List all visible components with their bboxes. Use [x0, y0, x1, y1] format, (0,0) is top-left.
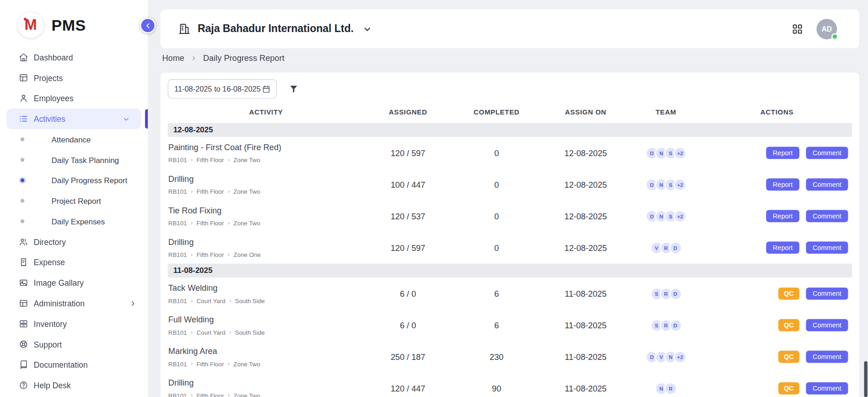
activity-name: Drilling	[168, 378, 364, 387]
team-member-avatar[interactable]: R	[664, 382, 677, 395]
comment-button[interactable]: Comment	[806, 319, 848, 332]
team-member-avatar[interactable]: D	[669, 287, 682, 300]
sidebar-item-directory[interactable]: Directory	[0, 232, 148, 252]
activity-cell: DrillingRB101›Fifth Floor›Zone Two	[168, 378, 364, 397]
team-more-badge[interactable]: +2	[674, 210, 686, 223]
chevron-down-icon	[362, 24, 372, 34]
chevron-right-icon	[129, 299, 137, 307]
path-segment: RB101	[168, 392, 187, 397]
bullet-dot	[21, 179, 24, 182]
path-segment: RB101	[168, 188, 187, 195]
column-header-assign-on: ASSIGN ON	[541, 109, 630, 116]
table-row: Marking AreaRB101›Fifth Floor›Zone Two25…	[168, 341, 852, 373]
sidebar-item-administration[interactable]: Administration	[0, 293, 148, 314]
path-segment: Zone Two	[233, 361, 260, 368]
sidebar-subitem-daily-task-planning[interactable]: Daily Task Planning	[0, 150, 148, 170]
sidebar-subitem-attendance[interactable]: Attendance	[0, 129, 148, 150]
team-cell: SRD	[630, 319, 702, 332]
report-button[interactable]: Report	[766, 147, 799, 159]
assigned-cell: 120 / 597	[364, 148, 452, 158]
user-avatar[interactable]: AD	[816, 19, 837, 39]
comment-button[interactable]: Comment	[806, 351, 848, 363]
breadcrumb: Home Daily Progress Report	[162, 53, 284, 63]
company-selector[interactable]: Raja Bahadur International Ltd.	[178, 23, 372, 35]
path-segment: Fifth Floor	[196, 361, 224, 368]
team-member-avatar[interactable]: D	[669, 319, 682, 332]
chevron-right-icon	[190, 54, 197, 61]
comment-button[interactable]: Comment	[806, 241, 848, 254]
chevron-right-icon: ›	[228, 361, 230, 367]
calendar-icon	[262, 84, 270, 93]
filter-button[interactable]	[289, 84, 299, 94]
sidebar-item-employees[interactable]: Employees	[0, 88, 148, 109]
actions-cell: ReportComment	[702, 179, 852, 191]
assign-on-cell: 12-08-2025	[541, 243, 630, 252]
qc-button[interactable]: QC	[778, 351, 799, 363]
sidebar-item-help-desk[interactable]: Help Desk	[0, 375, 148, 396]
report-button[interactable]: Report	[766, 210, 799, 223]
sidebar-item-documentation[interactable]: Documentation	[0, 354, 148, 375]
activity-location-path: RB101›Fifth Floor›Zone Two	[168, 392, 364, 397]
path-segment: Fifth Floor	[196, 188, 224, 195]
assign-on-cell: 12-08-2025	[541, 148, 630, 158]
sidebar-subitem-daily-progress-report[interactable]: Daily Progress Report	[0, 170, 148, 190]
inventory-icon	[19, 319, 28, 329]
column-header-activity: ACTIVITY	[168, 109, 364, 116]
assign-on-cell: 12-08-2025	[541, 180, 630, 190]
qc-button[interactable]: QC	[778, 382, 799, 395]
breadcrumb-home[interactable]: Home	[162, 53, 184, 63]
date-range-picker[interactable]: 11-08-2025 to 16-08-2025	[168, 79, 277, 98]
team-member-avatar[interactable]: D	[669, 241, 682, 254]
sidebar-item-support[interactable]: Support	[0, 334, 148, 355]
active-indicator	[145, 109, 148, 128]
sidebar-item-label: Employees	[34, 94, 74, 103]
activity-name: Marking Area	[168, 346, 364, 356]
sidebar-subitem-project-report[interactable]: Project Report	[0, 190, 148, 211]
team-more-badge[interactable]: +2	[674, 147, 686, 159]
path-segment: RB101	[168, 251, 187, 258]
comment-button[interactable]: Comment	[806, 288, 848, 300]
comment-button[interactable]: Comment	[806, 382, 848, 395]
activity-name: Tack Welding	[168, 283, 364, 293]
table-row: DrillingRB101›Fifth Floor›Zone Two120 / …	[168, 373, 852, 397]
actions-cell: ReportComment	[702, 210, 852, 223]
team-more-badge[interactable]: +2	[674, 178, 686, 191]
apps-grid-button[interactable]	[792, 23, 803, 34]
path-segment: RB101	[168, 157, 187, 163]
comment-button[interactable]: Comment	[806, 210, 848, 223]
assigned-cell: 120 / 537	[364, 212, 452, 221]
scrollbar-thumb[interactable]	[864, 361, 867, 397]
comment-button[interactable]: Comment	[806, 179, 848, 191]
column-header-actions: ACTIONS	[702, 109, 852, 116]
activity-name: Tie Rod Fixing	[168, 206, 364, 215]
team-more-badge[interactable]: +2	[674, 350, 686, 363]
qc-button[interactable]: QC	[778, 319, 799, 332]
path-segment: Fifth Floor	[196, 251, 224, 258]
activity-location-path: RB101›Fifth Floor›Zone Two	[168, 361, 364, 368]
app-logo[interactable]: M	[18, 12, 44, 38]
sidebar-item-inventory[interactable]: Inventory	[0, 314, 148, 334]
activity-location-path: RB101›Fifth Floor›Zone One	[168, 251, 364, 258]
team-cell: DNS+2	[630, 178, 702, 191]
table-row: DrillingRB101›Fifth Floor›Zone Two100 / …	[168, 169, 852, 201]
sidebar-item-activities[interactable]: Activities	[7, 109, 141, 129]
path-segment: Fifth Floor	[196, 392, 224, 397]
sidebar-item-label: Administration	[34, 299, 85, 308]
sidebar-collapse-button[interactable]	[140, 18, 156, 33]
dashboard-icon	[19, 53, 28, 62]
completed-cell: 0	[452, 180, 541, 190]
table-row: Painting - First Coat (Fire Red)RB101›Fi…	[168, 137, 852, 169]
sidebar-item-image-gallary[interactable]: Image Gallary	[0, 272, 148, 293]
sidebar-item-expense[interactable]: Expense	[0, 252, 148, 272]
assigned-cell: 120 / 447	[364, 384, 452, 393]
actions-cell: QCComment	[702, 351, 852, 363]
sidebar-item-projects[interactable]: Projects	[0, 68, 148, 88]
qc-button[interactable]: QC	[778, 288, 799, 300]
report-button[interactable]: Report	[766, 179, 799, 191]
path-segment: Court Yard	[196, 298, 225, 305]
sidebar-subitem-daily-expenses[interactable]: Daily Expenses	[0, 211, 148, 232]
assign-on-cell: 11-08-2025	[541, 289, 630, 299]
comment-button[interactable]: Comment	[806, 147, 848, 159]
report-button[interactable]: Report	[766, 241, 799, 254]
sidebar-item-dashboard[interactable]: Dashboard	[0, 47, 148, 68]
